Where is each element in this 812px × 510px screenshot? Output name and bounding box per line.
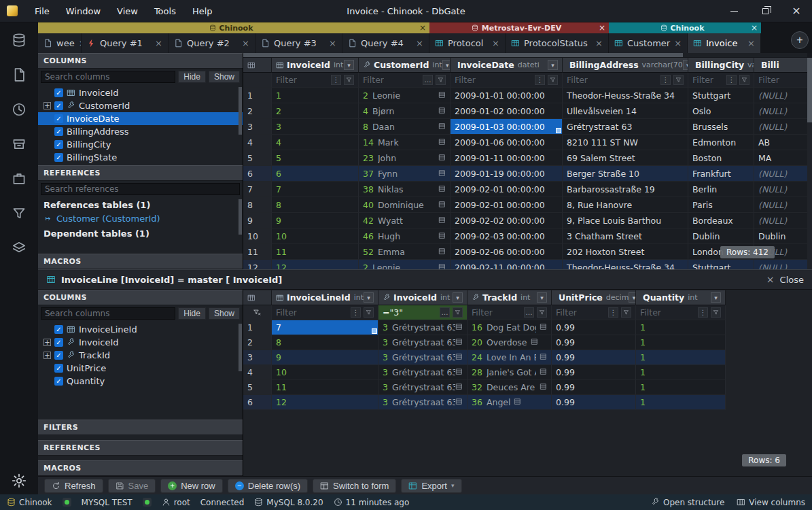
column-tree-item-invoicelineid[interactable]: ✓InvoiceLineId [38,323,243,336]
column-menu-icon[interactable]: ▾ [442,60,451,70]
filter-menu-icon[interactable]: ⋮ [535,75,545,85]
cell-billingaddress[interactable]: Theodor-Heuss-Straße 34 [563,88,688,103]
column-menu-icon[interactable]: ▾ [537,292,547,303]
tab-close-icon[interactable]: × [747,38,755,48]
cell-billingaddress[interactable]: Theodor-Heuss-Straße 34 [563,260,688,269]
tab-group-header[interactable]: Chinook× [38,22,429,33]
cell-billingstate[interactable]: (NULL) [754,103,812,119]
cell-billingaddress[interactable]: Ullevålsveien 14 [563,103,688,119]
cell-customerid[interactable]: 40Dominique [359,197,451,213]
cell-billingaddress[interactable]: 69 Salem Street [563,150,688,166]
row-number[interactable]: 10 [243,228,272,244]
column-menu-icon[interactable]: ▾ [453,292,463,303]
cell-billingcity[interactable]: Boston [688,150,754,166]
filter-funnel-icon[interactable] [673,75,684,85]
cell-billingaddress[interactable]: 8, Rue Hanovre [563,197,688,213]
cell-invoicedate[interactable]: 2009-01-19 00:00:00 [451,166,563,182]
rail-history-icon[interactable] [11,101,27,118]
cell-customerid[interactable]: 4Bjørn [359,103,451,119]
filter-menu-icon[interactable]: … [524,307,534,318]
filter-menu-icon[interactable]: … [423,75,433,85]
cell-unitprice[interactable]: 0.99 [552,395,636,410]
hide-columns-button[interactable]: Hide [178,71,206,83]
cell-invoiceid[interactable]: 12 [272,260,359,269]
row-number[interactable]: 1 [243,320,272,335]
cell-quantity[interactable]: 1 [636,365,726,380]
checkbox-checked-icon[interactable]: ✓ [54,114,63,123]
column-tree-item-billingstate[interactable]: ✓BillingState [38,151,243,164]
detail-close-icon[interactable]: × [766,274,775,285]
rail-database-icon[interactable] [11,32,27,48]
checkbox-checked-icon[interactable]: ✓ [54,338,63,347]
cell-invoicedate[interactable]: 2009-01-02 00:00:00 [451,103,563,119]
cell-billingcity[interactable]: Paris [688,197,754,213]
search-columns-input[interactable] [41,71,175,83]
cell-trackid[interactable]: 16Dog Eat Dog [467,320,552,335]
filter-menu-icon[interactable]: ⋮ [660,75,671,85]
menu-file[interactable]: File [27,3,57,19]
refresh-button[interactable]: Refresh [44,479,103,493]
column-header-invoiceid[interactable]: InvoiceIdint▾ [272,58,359,73]
row-number[interactable]: 2 [243,335,272,350]
row-number[interactable]: 3 [243,119,272,135]
cell-invoicelineid[interactable]: 9 [272,350,378,365]
cell-trackid[interactable]: 20Overdose [467,335,552,350]
reference-link-customer[interactable]: Customer (CustomerId) [38,211,243,226]
column-tree-item-billingcity[interactable]: ✓BillingCity [38,138,243,151]
expand-icon[interactable]: + [43,339,51,346]
row-number[interactable]: 12 [243,260,272,269]
cell-invoiceid[interactable]: 11 [272,244,359,260]
cell-invoiceid[interactable]: 3Grétrystraat 63 [378,380,467,395]
macros-section-header[interactable]: MACROS [38,254,243,269]
filters-section-header[interactable]: FILTERS [38,420,243,435]
filter-funnel-icon[interactable] [344,75,354,85]
tab-customer[interactable]: Customer× [609,33,688,53]
cell-trackid[interactable]: 24Love In An E [467,350,552,365]
detail-hide-columns-button[interactable]: Hide [178,307,206,320]
tab-group-header[interactable]: Metrostav-Evr-DEV× [429,22,609,33]
tab-group-close-icon[interactable]: × [419,23,426,33]
column-header-invoiceid[interactable]: InvoiceIdint▾ [378,290,467,305]
tab-close-icon[interactable]: × [492,38,499,48]
column-menu-icon[interactable]: ▾ [364,292,374,303]
cell-billingstate[interactable]: (NULL) [754,182,812,197]
cell-billingcity[interactable]: Stuttgart [688,88,754,103]
cell-invoicedate[interactable]: 2009-02-01 00:00:00 [451,197,563,213]
filter-menu-icon[interactable]: ⋮ [351,307,361,318]
checkbox-checked-icon[interactable]: ✓ [54,325,63,334]
filter-funnel-icon[interactable] [711,307,721,318]
cell-unitprice[interactable]: 0.99 [552,320,636,335]
cell-billingstate[interactable]: (NULL) [754,119,812,135]
cell-customerid[interactable]: 2Leonie [359,88,451,103]
cell-customerid[interactable]: 42Wyatt [359,213,451,228]
search-references-input[interactable] [41,183,240,195]
cell-customerid[interactable]: 8Daan [359,119,451,135]
cell-customerid[interactable]: 46Hugh [359,228,451,244]
cell-billingcity[interactable]: Frankfurt [688,166,754,182]
tab-query-3[interactable]: Query #3× [255,33,342,53]
cell-invoiceid[interactable]: 8 [272,197,359,213]
cell-invoicedate[interactable]: 2009-01-11 00:00:00 [451,150,563,166]
filter-trackid[interactable]: Filter… [467,305,552,320]
row-number[interactable]: 7 [243,182,272,197]
filter-invoicedate[interactable]: Filter⋮ [451,73,563,88]
filter-billingcity[interactable]: Filter⋮ [688,73,754,88]
cell-billingaddress[interactable]: Berger Straße 10 [563,166,688,182]
cell-trackid[interactable]: 28Janie's Got A [467,365,552,380]
new-tab-button[interactable]: + [791,31,809,49]
new-row-button[interactable]: +New row [160,479,223,493]
filter-unitprice[interactable]: Filter⋮ [552,305,636,320]
cell-unitprice[interactable]: 0.99 [552,350,636,365]
switch-to-form-button[interactable]: Switch to form [313,479,396,493]
checkbox-checked-icon[interactable]: ✓ [54,88,63,97]
checkbox-checked-icon[interactable]: ✓ [54,351,63,360]
checkbox-checked-icon[interactable]: ✓ [54,377,63,386]
cell-invoiceid[interactable]: 5 [272,150,359,166]
column-tree-item-invoicedate[interactable]: ✓InvoiceDate [38,112,243,125]
cell-billingaddress[interactable]: Barbarossastraße 19 [563,182,688,197]
cell-quantity[interactable]: 1 [636,350,726,365]
row-number[interactable]: 5 [243,380,272,395]
detail-show-columns-button[interactable]: Show [209,307,240,320]
column-menu-icon[interactable]: ▾ [548,60,558,70]
cell-billingstate[interactable]: Dublin [754,228,812,244]
